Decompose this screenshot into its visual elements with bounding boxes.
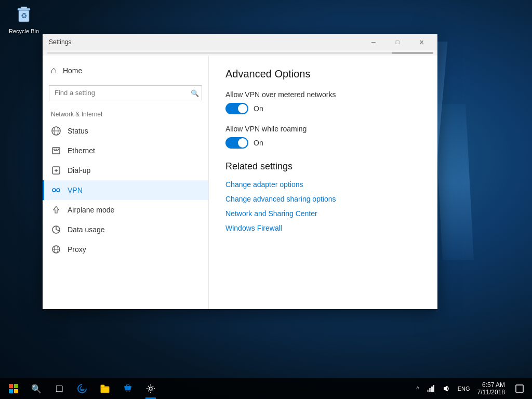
- search-icon[interactable]: 🔍: [191, 89, 199, 97]
- svg-rect-22: [9, 384, 13, 388]
- sidebar-item-airplane[interactable]: Airplane mode: [43, 200, 208, 220]
- explorer-taskbar-app[interactable]: [94, 378, 116, 399]
- sidebar-item-status[interactable]: Status: [43, 121, 208, 141]
- svg-rect-1: [21, 7, 27, 9]
- close-button[interactable]: ✕: [409, 34, 433, 50]
- taskbar-search-button[interactable]: 🔍: [25, 378, 48, 399]
- toggle2-switch[interactable]: [225, 137, 248, 149]
- svg-point-16: [57, 189, 60, 192]
- change-adapter-options-link[interactable]: Change adapter options: [225, 180, 421, 189]
- title-bar: Settings ─ □ ✕: [43, 34, 437, 50]
- svg-point-29: [129, 391, 130, 392]
- sidebar-item-proxy[interactable]: Proxy: [43, 240, 208, 259]
- airplane-label: Airplane mode: [68, 206, 114, 214]
- vpn-roaming-setting: Allow VPN while roaming On: [225, 125, 421, 149]
- start-button[interactable]: [2, 378, 25, 399]
- svg-rect-11: [58, 149, 59, 150]
- scroll-area: [43, 50, 437, 56]
- scroll-track: [47, 52, 433, 54]
- edge-taskbar-app[interactable]: [71, 378, 94, 399]
- ethernet-icon: [51, 146, 61, 155]
- toggle1-state: On: [254, 104, 263, 113]
- network-sharing-center-link[interactable]: Network and Sharing Center: [225, 209, 421, 218]
- home-label: Home: [63, 66, 82, 75]
- ethernet-label: Ethernet: [68, 147, 95, 155]
- vpn-label: VPN: [68, 186, 83, 194]
- svg-rect-35: [516, 385, 523, 392]
- sidebar-item-ethernet[interactable]: Ethernet: [43, 141, 208, 161]
- advanced-options-title: Advanced Options: [225, 68, 421, 80]
- svg-rect-27: [101, 385, 104, 388]
- tray-chevron[interactable]: ^: [414, 378, 422, 399]
- window-controls: ─ □ ✕: [362, 34, 433, 50]
- chevron-icon: ^: [417, 385, 419, 392]
- clock-date: 7/11/2018: [477, 389, 505, 396]
- settings-icon: [145, 383, 156, 394]
- svg-rect-32: [429, 388, 431, 392]
- recycle-bin-svg: ♻: [14, 5, 34, 26]
- window-title: Settings: [49, 38, 71, 46]
- toggle1-label: Allow VPN over metered networks: [225, 90, 421, 99]
- proxy-label: Proxy: [68, 245, 86, 254]
- taskbar-pinned-apps: [71, 378, 162, 399]
- search-box: 🔍: [49, 85, 202, 100]
- windows-firewall-link[interactable]: Windows Firewall: [225, 224, 421, 232]
- taskbar: 🔍 ❑: [0, 378, 532, 399]
- svg-rect-33: [431, 387, 433, 392]
- sidebar-item-vpn[interactable]: VPN: [43, 180, 208, 200]
- system-clock[interactable]: 6:57 AM 7/11/2018: [473, 378, 509, 399]
- status-label: Status: [68, 127, 88, 135]
- sidebar: ⌂ Home 🔍 Network & Internet S: [43, 56, 209, 309]
- svg-rect-31: [427, 390, 429, 392]
- status-icon: [51, 126, 61, 136]
- svg-point-30: [149, 387, 152, 390]
- start-icon: [9, 384, 18, 393]
- home-icon: ⌂: [51, 65, 57, 76]
- toggle1-row: On: [225, 103, 421, 114]
- maximize-button[interactable]: □: [385, 34, 409, 50]
- settings-taskbar-app[interactable]: [139, 378, 162, 399]
- search-icon: 🔍: [31, 384, 42, 394]
- tray-network[interactable]: [423, 378, 438, 399]
- toggle2-row: On: [225, 137, 421, 149]
- svg-point-28: [126, 391, 128, 392]
- dialup-icon: [51, 166, 61, 175]
- svg-rect-10: [56, 149, 57, 150]
- notification-button[interactable]: [509, 378, 530, 399]
- clock-time: 6:57 AM: [482, 381, 505, 389]
- system-tray: ^ ENG: [414, 378, 473, 399]
- proxy-icon: [51, 245, 61, 254]
- sidebar-item-datausage[interactable]: Data usage: [43, 220, 208, 240]
- related-settings-title: Related settings: [225, 161, 421, 172]
- toggle2-state: On: [254, 139, 263, 147]
- change-advanced-sharing-link[interactable]: Change advanced sharing options: [225, 195, 421, 203]
- scroll-thumb[interactable]: [392, 52, 433, 54]
- home-nav-item[interactable]: ⌂ Home: [43, 60, 208, 81]
- main-content: Advanced Options Allow VPN over metered …: [209, 56, 437, 309]
- edge-icon: [77, 383, 87, 394]
- sidebar-item-dialup[interactable]: Dial-up: [43, 161, 208, 180]
- toggle2-label: Allow VPN while roaming: [225, 125, 421, 133]
- task-view-button[interactable]: ❑: [48, 378, 71, 399]
- settings-window: Settings ─ □ ✕ ⌂ Home 🔍 Network &: [43, 34, 437, 309]
- search-input[interactable]: [49, 85, 202, 100]
- svg-text:♻: ♻: [21, 11, 28, 20]
- toggle1-switch[interactable]: [225, 103, 248, 114]
- tray-volume[interactable]: [439, 378, 454, 399]
- tray-language[interactable]: ENG: [455, 378, 473, 399]
- vpn-metered-setting: Allow VPN over metered networks On: [225, 90, 421, 114]
- svg-rect-23: [14, 384, 18, 388]
- minimize-button[interactable]: ─: [362, 34, 385, 50]
- svg-point-15: [52, 189, 56, 192]
- dialup-label: Dial-up: [68, 166, 90, 175]
- airplane-icon: [51, 205, 61, 215]
- notification-icon: [515, 384, 524, 393]
- svg-rect-24: [9, 389, 13, 393]
- store-taskbar-app[interactable]: [116, 378, 139, 399]
- recycle-bin-icon[interactable]: ♻ Recycle Bin: [5, 5, 43, 34]
- recycle-bin-label: Recycle Bin: [9, 28, 39, 34]
- svg-rect-34: [433, 385, 434, 392]
- language-label: ENG: [458, 385, 470, 392]
- window-body: ⌂ Home 🔍 Network & Internet S: [43, 56, 437, 309]
- explorer-icon: [100, 383, 110, 394]
